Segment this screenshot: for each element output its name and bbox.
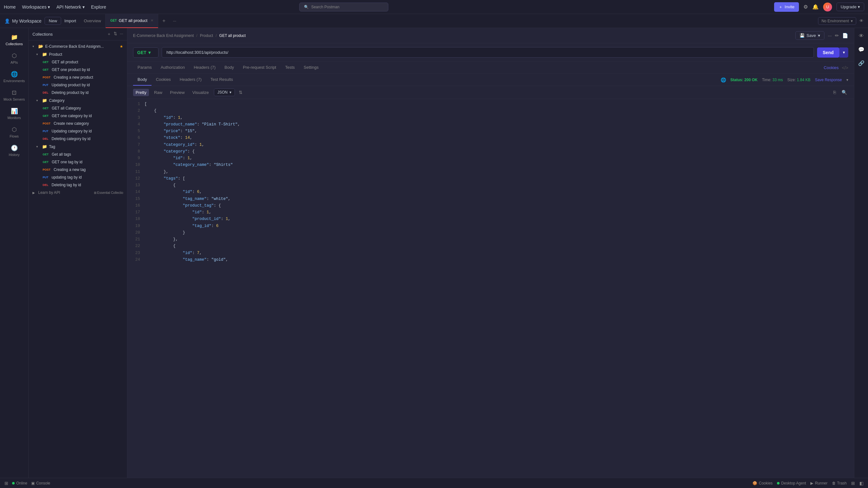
- doc-icon[interactable]: 📄: [842, 33, 848, 38]
- tab-active[interactable]: GET GET all product ✕: [106, 14, 158, 28]
- tag-item-1[interactable]: GET GET one tag by id: [29, 158, 127, 166]
- layout-resize-icon[interactable]: ⊞: [851, 481, 855, 486]
- cookies-link[interactable]: Cookies: [824, 65, 839, 70]
- category-item-1[interactable]: GET GET one category by id: [29, 112, 127, 120]
- settings-icon[interactable]: ⚙: [803, 4, 808, 10]
- tab-authorization[interactable]: Authorization: [156, 62, 189, 73]
- desktop-agent-status[interactable]: Desktop Agent: [777, 481, 806, 485]
- product-item-3[interactable]: PUT Updating product by id: [29, 81, 127, 89]
- home-link[interactable]: Home: [4, 4, 16, 9]
- resp-tab-cookies[interactable]: Cookies: [152, 74, 175, 86]
- method-select[interactable]: GET ▾: [133, 48, 158, 58]
- sidebar-item-monitors[interactable]: 📊 Monitors: [0, 105, 28, 122]
- resp-tab-headers[interactable]: Headers (7): [175, 74, 206, 86]
- collection-root[interactable]: ▾ 📂 E-Commerce Back End Assignm... ★: [29, 42, 127, 50]
- search-bar[interactable]: 🔍 Search Postman: [299, 3, 388, 11]
- product-item-2[interactable]: POST Creating a new product: [29, 73, 127, 81]
- tab-body[interactable]: Body: [220, 62, 239, 73]
- collection-name: E-Commerce Back End Assignm...: [45, 44, 118, 49]
- console-indicator[interactable]: ▣ Console: [31, 481, 50, 485]
- breadcrumb-part1[interactable]: E-Commerce Back End Assignment: [133, 33, 194, 38]
- send-button[interactable]: Send: [817, 48, 839, 58]
- tag-item-3[interactable]: PUT updating tag by id: [29, 174, 127, 181]
- code-icon[interactable]: </>: [842, 65, 848, 70]
- line-21: 21 },: [133, 236, 848, 243]
- import-button[interactable]: Import: [64, 19, 76, 23]
- tab-tests[interactable]: Tests: [281, 62, 299, 73]
- save-button[interactable]: 💾 Save ▾: [796, 31, 825, 40]
- resp-tab-test-results[interactable]: Test Results: [206, 74, 238, 86]
- right-sidebar-icon-3[interactable]: 🔗: [856, 58, 866, 68]
- resp-tab-body[interactable]: Body: [133, 74, 152, 86]
- api-network-menu[interactable]: API Network ▾: [56, 4, 85, 9]
- panel-more-icon[interactable]: ···: [120, 31, 123, 37]
- search-json-icon[interactable]: 🔍: [840, 89, 848, 96]
- tag-folder[interactable]: ▾ 📁 Tag: [29, 143, 127, 151]
- raw-button[interactable]: Raw: [152, 89, 165, 96]
- json-selector[interactable]: JSON ▾: [214, 89, 235, 96]
- sidebar-item-flows[interactable]: ⬡ Flows: [0, 123, 28, 141]
- tag-item-2[interactable]: POST Creating a new tag: [29, 166, 127, 174]
- upgrade-button[interactable]: Upgrade ▾: [836, 3, 864, 11]
- product-item-0[interactable]: GET GET all product: [29, 58, 127, 66]
- tab-params[interactable]: Params: [133, 62, 156, 73]
- category-item-2[interactable]: POST Create new category: [29, 120, 127, 127]
- sidebar-item-apis[interactable]: ⬡ APIs: [0, 50, 28, 67]
- online-indicator[interactable]: Online: [12, 481, 27, 485]
- env-eye-icon[interactable]: 👁: [859, 19, 864, 23]
- breadcrumb-more-icon[interactable]: ···: [828, 33, 832, 38]
- tab-headers[interactable]: Headers (7): [189, 62, 220, 73]
- tab-add-button[interactable]: ＋: [158, 18, 169, 24]
- sidebar-item-environments[interactable]: 🌐 Environments: [0, 68, 28, 85]
- edit-icon[interactable]: ✏: [835, 33, 839, 38]
- category-item-3[interactable]: PUT Updating category by id: [29, 127, 127, 135]
- workspaces-menu[interactable]: Workspaces ▾: [22, 4, 50, 9]
- filter-icon[interactable]: ⇅: [238, 89, 244, 96]
- save-response-button[interactable]: Save Response: [815, 78, 842, 82]
- breadcrumb-part2[interactable]: Product: [200, 33, 213, 38]
- cookies-status[interactable]: 🍪 Cookies: [752, 481, 773, 485]
- env-select[interactable]: No Environment ▾: [818, 17, 856, 25]
- sidebar-item-mock-servers[interactable]: ⊡ Mock Servers: [0, 87, 28, 104]
- pretty-button[interactable]: Pretty: [133, 89, 149, 96]
- right-sidebar-icon-1[interactable]: 👁: [857, 31, 866, 41]
- send-dropdown-button[interactable]: ▾: [839, 48, 848, 58]
- bell-icon[interactable]: 🔔: [812, 4, 819, 10]
- save-dropdown-icon[interactable]: ▾: [818, 33, 820, 38]
- product-folder[interactable]: ▾ 📁 Product: [29, 50, 127, 58]
- sidebar-item-history[interactable]: 🕐 History: [0, 142, 28, 159]
- tab-pre-request[interactable]: Pre-request Script: [239, 62, 281, 73]
- invite-button[interactable]: ＋ Invite: [774, 2, 799, 12]
- tag-item-0[interactable]: GET Get all tags: [29, 151, 127, 158]
- explore-link[interactable]: Explore: [91, 4, 106, 9]
- sidebar-toggle-icon[interactable]: ◧: [859, 481, 864, 486]
- trash-button[interactable]: 🗑 Trash: [832, 481, 847, 485]
- tag-item-4[interactable]: DEL Deleting tag by id: [29, 181, 127, 189]
- right-sidebar-icon-2[interactable]: 💬: [856, 44, 866, 55]
- tab-settings[interactable]: Settings: [299, 62, 323, 73]
- copy-icon[interactable]: ⎘: [832, 89, 837, 96]
- category-item-0[interactable]: GET GET all Category: [29, 104, 127, 112]
- category-item-4[interactable]: DEL Deleting category by id: [29, 135, 127, 143]
- category-folder[interactable]: ▾ 📁 Category: [29, 96, 127, 104]
- workspace-icon: 👤: [4, 19, 10, 24]
- product-item-4[interactable]: DEL Deleting product by id: [29, 89, 127, 96]
- avatar[interactable]: U: [823, 3, 832, 11]
- star-icon[interactable]: ★: [120, 44, 123, 49]
- tab-overview[interactable]: Overview: [79, 14, 106, 28]
- new-button[interactable]: New: [44, 17, 61, 25]
- tab-close-icon[interactable]: ✕: [151, 19, 153, 23]
- sidebar-item-collections[interactable]: 📁 Collections: [0, 31, 28, 49]
- tab-more-button[interactable]: ···: [169, 19, 180, 23]
- sort-icon[interactable]: ⇅: [114, 31, 117, 37]
- add-collection-icon[interactable]: ＋: [107, 31, 111, 37]
- visualize-button[interactable]: Visualize: [190, 89, 211, 96]
- layout-icon[interactable]: ⊞: [4, 481, 8, 486]
- product-item-1[interactable]: GET GET one product by id: [29, 66, 127, 73]
- learn-by-api[interactable]: ▶ Learn by API ⊞ Essential Collectio: [29, 189, 127, 196]
- runner-status[interactable]: ▶ Runner: [810, 481, 827, 485]
- method-put-badge: PUT: [41, 129, 50, 133]
- preview-button[interactable]: Preview: [167, 89, 187, 96]
- url-input[interactable]: [162, 47, 814, 58]
- save-resp-chevron-icon[interactable]: ▾: [846, 78, 848, 82]
